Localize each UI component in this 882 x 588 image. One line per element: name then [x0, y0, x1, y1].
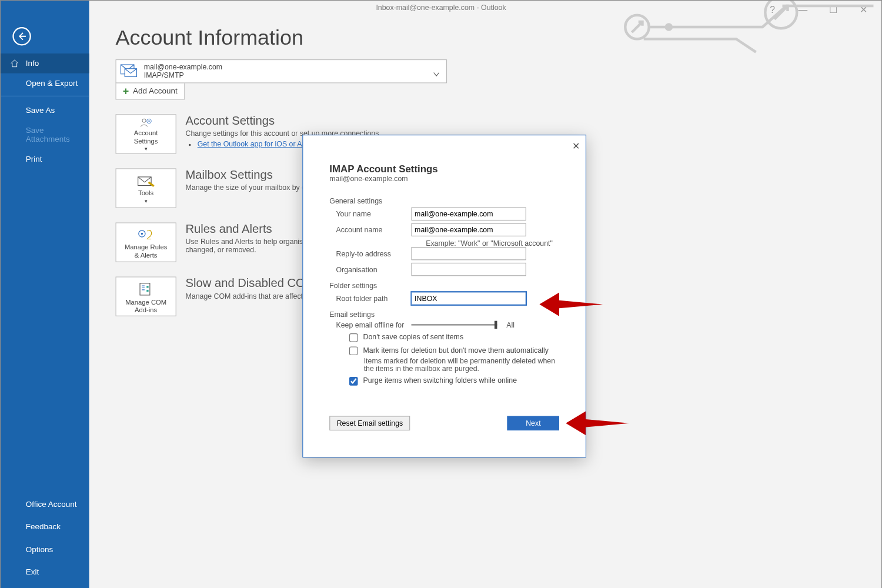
close-window-icon[interactable]: ✕ [848, 2, 879, 18]
chevron-down-icon: ▾ [145, 197, 147, 205]
svg-rect-11 [140, 283, 150, 295]
sidebar-label: Exit [26, 567, 39, 576]
rules-icon [136, 228, 155, 241]
sidebar-label: Save As [26, 106, 55, 115]
manage-com-addins-button[interactable]: Manage COM Add-ins [115, 276, 176, 316]
sidebar-label: Feedback [26, 522, 61, 532]
account-protocol: IMAP/SMTP [144, 71, 222, 80]
general-settings-label: General settings [329, 197, 559, 205]
sidebar-item-office-account[interactable]: Office Account [1, 493, 89, 516]
account-name-input[interactable] [412, 223, 526, 236]
sidebar-item-feedback[interactable]: Feedback [1, 516, 89, 538]
svg-rect-13 [146, 289, 148, 291]
plus-icon: + [123, 85, 129, 97]
mark-for-deletion-sublabel: Items marked for deletion will be perman… [364, 356, 559, 372]
sidebar-item-options[interactable]: Options [1, 538, 89, 560]
svg-point-5 [142, 119, 146, 122]
sidebar-label: Info [26, 59, 39, 68]
root-folder-label: Root folder path [329, 295, 411, 302]
back-button[interactable] [12, 27, 31, 45]
sidebar-item-exit[interactable]: Exit [1, 560, 89, 583]
sidebar: Info Open & Export Save As Save Attachme… [1, 1, 89, 588]
mark-for-deletion-checkbox[interactable] [349, 346, 358, 355]
maximize-icon[interactable]: ☐ [818, 2, 848, 18]
reset-email-settings-button[interactable]: Reset Email settings [329, 416, 410, 430]
sidebar-label: Office Account [26, 500, 77, 509]
tools-button[interactable]: Tools ▾ [115, 168, 176, 208]
sidebar-item-save-attachments: Save Attachments [1, 120, 89, 149]
add-account-button[interactable]: + Add Account [115, 82, 185, 99]
help-icon[interactable]: ? [757, 2, 788, 18]
account-name-example: Example: "Work" or "Microsoft account" [426, 239, 559, 246]
dont-save-sent-label: Don't save copies of sent items [363, 333, 464, 340]
sidebar-item-save-as[interactable]: Save As [1, 101, 89, 121]
reply-to-label: Reply-to address [329, 249, 411, 257]
window-title: Inbox-mail@one-example.com - Outlook [1, 4, 881, 11]
root-folder-input[interactable] [412, 292, 526, 305]
keep-offline-label: Keep email offline for [329, 321, 411, 329]
purge-checkbox[interactable] [349, 377, 358, 386]
manage-rules-button[interactable]: Manage Rules & Alerts [115, 222, 176, 262]
account-settings-icon [136, 118, 155, 128]
addins-icon [138, 282, 154, 296]
keep-offline-value: All [506, 321, 514, 329]
button-label: Manage Rules & Alerts [125, 243, 167, 259]
sidebar-item-open-export[interactable]: Open & Export [1, 74, 89, 96]
tools-icon [136, 174, 155, 187]
dialog-email: mail@one-example.com [329, 174, 559, 182]
chevron-down-icon: ▾ [145, 145, 147, 153]
button-label: Manage COM Add-ins [125, 298, 166, 314]
sidebar-item-print[interactable]: Print [1, 149, 89, 169]
organisation-input[interactable] [412, 263, 526, 276]
button-label: Tools [138, 189, 153, 197]
dialog-title: IMAP Account Settings [329, 163, 559, 174]
your-name-label: Your name [329, 210, 411, 218]
account-email: mail@one-example.com [144, 63, 222, 72]
mail-icon [120, 63, 137, 80]
section-title: Account Settings [186, 114, 381, 128]
sidebar-label: Print [26, 155, 42, 164]
reply-to-input[interactable] [412, 247, 526, 260]
button-label: Account Settings [134, 129, 158, 145]
next-button[interactable]: Next [507, 416, 559, 430]
your-name-input[interactable] [412, 208, 526, 220]
account-name-label: Account name [329, 226, 411, 233]
purge-label: Purge items when switching folders while… [363, 376, 517, 384]
minimize-icon[interactable]: — [788, 2, 818, 18]
sidebar-label: Options [26, 544, 53, 554]
svg-point-10 [141, 232, 143, 234]
keep-offline-slider[interactable] [412, 324, 497, 325]
account-settings-button[interactable]: Account Settings ▾ [115, 114, 176, 153]
chevron-down-icon [433, 68, 440, 80]
email-settings-label: Email settings [329, 310, 559, 318]
mark-for-deletion-label: Mark items for deletion but don't move t… [363, 346, 549, 353]
imap-settings-dialog: ✕ IMAP Account Settings mail@one-example… [302, 135, 586, 457]
organisation-label: Organisation [329, 265, 411, 273]
sidebar-label: Save Attachments [26, 125, 70, 143]
page-title: Account Information [115, 26, 868, 51]
sidebar-item-info[interactable]: Info [1, 54, 89, 74]
sidebar-label: Open & Export [26, 79, 78, 88]
account-selector[interactable]: mail@one-example.com IMAP/SMTP [115, 59, 447, 83]
svg-rect-12 [146, 286, 148, 288]
home-icon [10, 59, 19, 70]
add-account-label: Add Account [133, 86, 178, 96]
svg-point-7 [148, 121, 149, 122]
dont-save-sent-checkbox[interactable] [349, 333, 358, 342]
close-icon[interactable]: ✕ [572, 141, 580, 151]
folder-settings-label: Folder settings [329, 281, 559, 289]
